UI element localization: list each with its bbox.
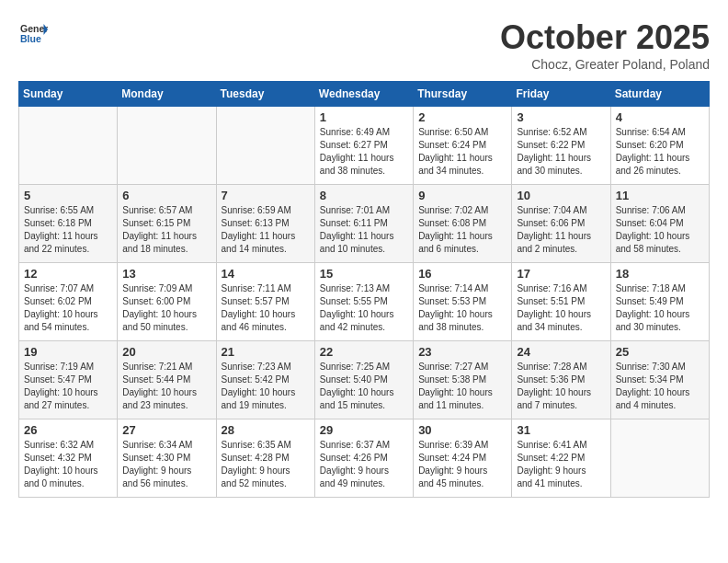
header-row: Sunday Monday Tuesday Wednesday Thursday… [19, 82, 710, 107]
day-number: 2 [418, 110, 506, 124]
day-info: Sunrise: 6:57 AM Sunset: 6:15 PM Dayligh… [122, 204, 210, 256]
table-row: 23Sunrise: 7:27 AM Sunset: 5:38 PM Dayli… [414, 341, 512, 419]
day-info: Sunrise: 7:27 AM Sunset: 5:38 PM Dayligh… [418, 361, 506, 412]
table-row [216, 107, 314, 185]
day-number: 8 [320, 189, 408, 202]
day-number: 19 [24, 345, 112, 359]
month-title: October 2025 [500, 18, 710, 57]
day-info: Sunrise: 6:34 AM Sunset: 4:30 PM Dayligh… [122, 439, 210, 490]
day-info: Sunrise: 7:16 AM Sunset: 5:51 PM Dayligh… [517, 282, 605, 334]
table-row: 8Sunrise: 7:01 AM Sunset: 6:11 PM Daylig… [314, 185, 413, 263]
table-row [610, 419, 709, 498]
day-number: 22 [320, 345, 408, 359]
day-info: Sunrise: 6:49 AM Sunset: 6:27 PM Dayligh… [320, 126, 408, 178]
day-info: Sunrise: 7:14 AM Sunset: 5:53 PM Dayligh… [418, 282, 506, 334]
day-number: 21 [222, 345, 310, 359]
day-number: 10 [517, 189, 605, 202]
table-row: 31Sunrise: 6:41 AM Sunset: 4:22 PM Dayli… [512, 419, 610, 498]
day-info: Sunrise: 7:28 AM Sunset: 5:36 PM Dayligh… [517, 361, 605, 412]
day-number: 17 [517, 267, 605, 281]
table-row: 29Sunrise: 6:37 AM Sunset: 4:26 PM Dayli… [314, 419, 413, 498]
logo-icon: General Blue [20, 18, 48, 46]
table-row [118, 107, 216, 185]
day-info: Sunrise: 7:23 AM Sunset: 5:42 PM Dayligh… [222, 361, 310, 412]
calendar-row: 19Sunrise: 7:19 AM Sunset: 5:47 PM Dayli… [19, 341, 710, 419]
table-row: 25Sunrise: 7:30 AM Sunset: 5:34 PM Dayli… [610, 341, 709, 419]
day-info: Sunrise: 7:06 AM Sunset: 6:04 PM Dayligh… [616, 204, 704, 256]
table-row: 26Sunrise: 6:32 AM Sunset: 4:32 PM Dayli… [19, 419, 118, 498]
table-row: 24Sunrise: 7:28 AM Sunset: 5:36 PM Dayli… [512, 341, 610, 419]
day-info: Sunrise: 7:19 AM Sunset: 5:47 PM Dayligh… [24, 361, 112, 412]
day-number: 30 [418, 423, 506, 437]
table-row: 4Sunrise: 6:54 AM Sunset: 6:20 PM Daylig… [610, 107, 709, 185]
table-row: 20Sunrise: 7:21 AM Sunset: 5:44 PM Dayli… [118, 341, 216, 419]
table-row: 7Sunrise: 6:59 AM Sunset: 6:13 PM Daylig… [216, 185, 314, 263]
table-row: 9Sunrise: 7:02 AM Sunset: 6:08 PM Daylig… [414, 185, 512, 263]
day-number: 16 [418, 267, 506, 281]
calendar-row: 26Sunrise: 6:32 AM Sunset: 4:32 PM Dayli… [19, 419, 710, 498]
day-number: 13 [122, 267, 210, 281]
day-number: 4 [616, 110, 704, 124]
table-row: 27Sunrise: 6:34 AM Sunset: 4:30 PM Dayli… [118, 419, 216, 498]
day-number: 26 [24, 423, 112, 437]
day-info: Sunrise: 6:52 AM Sunset: 6:22 PM Dayligh… [517, 126, 605, 178]
day-number: 5 [24, 189, 112, 202]
day-number: 11 [616, 189, 704, 202]
day-number: 27 [122, 423, 210, 437]
logo: General Blue [18, 18, 48, 50]
day-info: Sunrise: 7:21 AM Sunset: 5:44 PM Dayligh… [122, 361, 210, 412]
table-row: 2Sunrise: 6:50 AM Sunset: 6:24 PM Daylig… [414, 107, 512, 185]
day-number: 12 [24, 267, 112, 281]
day-info: Sunrise: 6:35 AM Sunset: 4:28 PM Dayligh… [222, 439, 310, 490]
day-info: Sunrise: 6:37 AM Sunset: 4:26 PM Dayligh… [320, 439, 408, 490]
page-header: General Blue October 2025 Chocz, Greater… [18, 18, 710, 72]
col-thursday: Thursday [414, 82, 512, 107]
day-info: Sunrise: 7:09 AM Sunset: 6:00 PM Dayligh… [122, 282, 210, 334]
table-row: 15Sunrise: 7:13 AM Sunset: 5:55 PM Dayli… [314, 263, 413, 341]
calendar-row: 12Sunrise: 7:07 AM Sunset: 6:02 PM Dayli… [19, 263, 710, 341]
day-info: Sunrise: 6:50 AM Sunset: 6:24 PM Dayligh… [418, 126, 506, 178]
table-row: 17Sunrise: 7:16 AM Sunset: 5:51 PM Dayli… [512, 263, 610, 341]
day-number: 6 [122, 189, 210, 202]
day-number: 23 [418, 345, 506, 359]
col-monday: Monday [118, 82, 216, 107]
day-number: 20 [122, 345, 210, 359]
table-row: 11Sunrise: 7:06 AM Sunset: 6:04 PM Dayli… [610, 185, 709, 263]
day-info: Sunrise: 7:30 AM Sunset: 5:34 PM Dayligh… [616, 361, 704, 412]
day-info: Sunrise: 6:59 AM Sunset: 6:13 PM Dayligh… [222, 204, 310, 256]
table-row: 30Sunrise: 6:39 AM Sunset: 4:24 PM Dayli… [414, 419, 512, 498]
table-row: 28Sunrise: 6:35 AM Sunset: 4:28 PM Dayli… [216, 419, 314, 498]
table-row: 5Sunrise: 6:55 AM Sunset: 6:18 PM Daylig… [19, 185, 118, 263]
day-info: Sunrise: 6:41 AM Sunset: 4:22 PM Dayligh… [517, 439, 605, 490]
day-info: Sunrise: 6:55 AM Sunset: 6:18 PM Dayligh… [24, 204, 112, 256]
day-number: 24 [517, 345, 605, 359]
table-row: 1Sunrise: 6:49 AM Sunset: 6:27 PM Daylig… [314, 107, 413, 185]
day-info: Sunrise: 7:04 AM Sunset: 6:06 PM Dayligh… [517, 204, 605, 256]
col-sunday: Sunday [19, 82, 118, 107]
day-info: Sunrise: 7:11 AM Sunset: 5:57 PM Dayligh… [222, 282, 310, 334]
day-info: Sunrise: 7:01 AM Sunset: 6:11 PM Dayligh… [320, 204, 408, 256]
table-row: 12Sunrise: 7:07 AM Sunset: 6:02 PM Dayli… [19, 263, 118, 341]
day-info: Sunrise: 6:32 AM Sunset: 4:32 PM Dayligh… [24, 439, 112, 490]
table-row: 19Sunrise: 7:19 AM Sunset: 5:47 PM Dayli… [19, 341, 118, 419]
day-number: 31 [517, 423, 605, 437]
day-number: 1 [320, 110, 408, 124]
col-tuesday: Tuesday [216, 82, 314, 107]
day-number: 18 [616, 267, 704, 281]
day-number: 7 [222, 189, 310, 202]
table-row: 22Sunrise: 7:25 AM Sunset: 5:40 PM Dayli… [314, 341, 413, 419]
col-wednesday: Wednesday [314, 82, 413, 107]
day-info: Sunrise: 7:07 AM Sunset: 6:02 PM Dayligh… [24, 282, 112, 334]
table-row: 14Sunrise: 7:11 AM Sunset: 5:57 PM Dayli… [216, 263, 314, 341]
table-row: 3Sunrise: 6:52 AM Sunset: 6:22 PM Daylig… [512, 107, 610, 185]
day-info: Sunrise: 7:02 AM Sunset: 6:08 PM Dayligh… [418, 204, 506, 256]
day-number: 15 [320, 267, 408, 281]
calendar-row: 1Sunrise: 6:49 AM Sunset: 6:27 PM Daylig… [19, 107, 710, 185]
table-row [19, 107, 118, 185]
table-row: 18Sunrise: 7:18 AM Sunset: 5:49 PM Dayli… [610, 263, 709, 341]
calendar-table: Sunday Monday Tuesday Wednesday Thursday… [18, 81, 710, 498]
day-info: Sunrise: 7:13 AM Sunset: 5:55 PM Dayligh… [320, 282, 408, 334]
table-row: 13Sunrise: 7:09 AM Sunset: 6:00 PM Dayli… [118, 263, 216, 341]
table-row: 21Sunrise: 7:23 AM Sunset: 5:42 PM Dayli… [216, 341, 314, 419]
table-row: 10Sunrise: 7:04 AM Sunset: 6:06 PM Dayli… [512, 185, 610, 263]
